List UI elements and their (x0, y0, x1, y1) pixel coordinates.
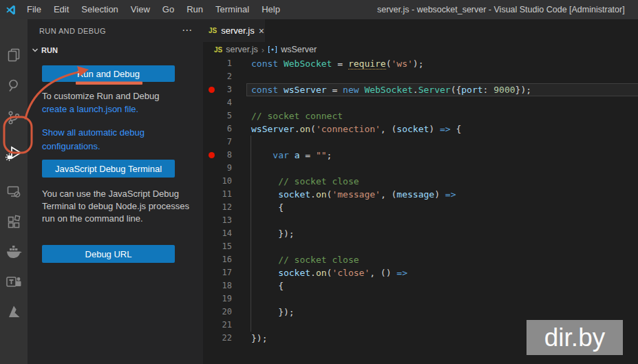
tab-label: server.js (221, 25, 254, 36)
activity-extensions[interactable] (0, 208, 28, 236)
code-line-16[interactable]: 16 // socket close (203, 253, 638, 266)
more-actions-icon[interactable]: ⋯ (179, 19, 195, 41)
code-line-text[interactable] (246, 162, 638, 175)
code-line-1[interactable]: 1const WebSocket = require('ws'); (203, 57, 638, 70)
editor-group: JS server.js × JS server.js › wsServer 1… (203, 19, 638, 364)
menu-view[interactable]: View (125, 0, 156, 19)
glyph-margin[interactable] (203, 122, 221, 136)
glyph-margin[interactable] (203, 188, 221, 201)
terminal-help-text: You can use the JavaScript Debug Termina… (42, 188, 192, 225)
code-line-text[interactable]: { (246, 279, 638, 292)
code-line-text[interactable]: socket.on('message', (message) => (246, 188, 638, 201)
code-line-text[interactable]: socket.on('close', () => (246, 266, 638, 279)
line-number: 11 (221, 188, 232, 201)
chevron-down-icon (31, 46, 39, 54)
code-line-text[interactable] (246, 70, 638, 83)
code-line-text[interactable] (246, 96, 638, 109)
code-line-text[interactable]: const WebSocket = require('ws'); (246, 57, 638, 70)
tab-close-icon[interactable]: × (259, 26, 264, 36)
code-line-11[interactable]: 11 socket.on('message', (message) => (203, 188, 638, 201)
activity-source-control[interactable] (0, 104, 28, 131)
glyph-margin[interactable] (203, 96, 221, 109)
glyph-margin[interactable] (203, 332, 221, 345)
code-line-19[interactable]: 19 (203, 292, 638, 306)
menu-edit[interactable]: Edit (47, 0, 75, 19)
code-line-text[interactable]: }); (246, 227, 638, 240)
code-line-text[interactable] (246, 136, 638, 149)
breadcrumb-file[interactable]: server.js (226, 45, 258, 54)
menu-help[interactable]: Help (255, 0, 286, 19)
code-line-13[interactable]: 13 (203, 214, 638, 227)
code-line-9[interactable]: 9 (203, 162, 638, 175)
debug-url-button[interactable]: Debug URL (42, 245, 175, 263)
glyph-margin[interactable] (203, 162, 221, 175)
run-and-debug-button[interactable]: Run and Debug (42, 65, 175, 82)
run-section-header[interactable]: RUN (28, 43, 203, 58)
code-line-7[interactable]: 7 (203, 136, 638, 149)
activity-explorer[interactable] (0, 41, 28, 69)
menu-run[interactable]: Run (180, 0, 209, 19)
glyph-margin[interactable] (203, 136, 221, 149)
glyph-margin[interactable] (203, 292, 221, 306)
glyph-margin[interactable] (203, 253, 221, 266)
code-line-text[interactable]: }); (246, 306, 638, 319)
menu-terminal[interactable]: Terminal (209, 0, 255, 19)
code-line-17[interactable]: 17 socket.on('close', () => (203, 266, 638, 279)
code-line-text[interactable] (246, 292, 638, 306)
show-auto-debug-configs-link[interactable]: Show all automatic debug configurations. (42, 127, 145, 151)
glyph-margin[interactable] (203, 70, 221, 83)
glyph-margin[interactable] (203, 227, 221, 240)
glyph-margin[interactable] (203, 201, 221, 214)
menu-go[interactable]: Go (156, 0, 180, 19)
glyph-margin[interactable] (203, 57, 221, 70)
glyph-margin[interactable] (203, 214, 221, 227)
glyph-margin[interactable] (203, 266, 221, 279)
code-line-18[interactable]: 18 { (203, 279, 638, 292)
code-line-12[interactable]: 12 { (203, 201, 638, 214)
code-line-text[interactable]: // socket close (246, 253, 638, 266)
breakpoint-icon[interactable] (209, 87, 215, 93)
glyph-margin[interactable] (203, 149, 221, 162)
glyph-margin[interactable] (203, 279, 221, 292)
menu-selection[interactable]: Selection (75, 0, 124, 19)
activity-run-and-debug[interactable] (0, 139, 28, 167)
code-area[interactable]: 1const WebSocket = require('ws');23const… (203, 57, 638, 345)
code-line-text[interactable] (246, 214, 638, 227)
code-line-20[interactable]: 20 }); (203, 306, 638, 319)
code-line-8[interactable]: 8 var a = ""; (203, 149, 638, 162)
activity-azure[interactable] (0, 298, 28, 325)
code-line-2[interactable]: 2 (203, 70, 638, 83)
code-line-6[interactable]: 6wsServer.on('connection', (socket) => { (203, 122, 638, 136)
activity-docker[interactable] (0, 238, 28, 266)
code-line-4[interactable]: 4 (203, 96, 638, 109)
glyph-margin[interactable] (203, 109, 221, 122)
activity-search[interactable] (0, 72, 28, 99)
glyph-margin[interactable] (203, 175, 221, 188)
glyph-margin[interactable] (203, 306, 221, 319)
line-number: 10 (221, 175, 232, 188)
code-line-text[interactable] (246, 240, 638, 253)
code-line-3[interactable]: 3const wsServer = new WebSocket.Server({… (203, 83, 638, 96)
tab-server-js[interactable]: JS server.js × (203, 19, 265, 42)
code-line-10[interactable]: 10 // socket close (203, 175, 638, 188)
glyph-margin[interactable] (203, 319, 221, 332)
code-line-15[interactable]: 15 (203, 240, 638, 253)
breakpoint-icon[interactable] (209, 152, 215, 158)
code-line-text[interactable]: const wsServer = new WebSocket.Server({p… (246, 83, 638, 96)
code-line-text[interactable]: // socket close (246, 175, 638, 188)
menu-file[interactable]: File (21, 0, 47, 19)
code-line-text[interactable]: { (246, 201, 638, 214)
code-line-text[interactable]: // socket connect (246, 109, 638, 122)
breadcrumb-symbol[interactable]: wsServer (281, 45, 317, 54)
glyph-margin[interactable] (203, 83, 221, 96)
line-number: 19 (221, 292, 232, 306)
code-line-text[interactable]: wsServer.on('connection', (socket) => { (246, 122, 638, 136)
activity-remote-explorer[interactable] (0, 178, 28, 205)
create-launch-json-link[interactable]: create a launch.json file. (42, 104, 138, 114)
glyph-margin[interactable] (203, 240, 221, 253)
code-line-5[interactable]: 5// socket connect (203, 109, 638, 122)
activity-teams[interactable] (0, 268, 28, 296)
code-line-text[interactable]: var a = ""; (246, 149, 638, 162)
code-line-14[interactable]: 14 }); (203, 227, 638, 240)
js-debug-terminal-button[interactable]: JavaScript Debug Terminal (42, 160, 175, 178)
